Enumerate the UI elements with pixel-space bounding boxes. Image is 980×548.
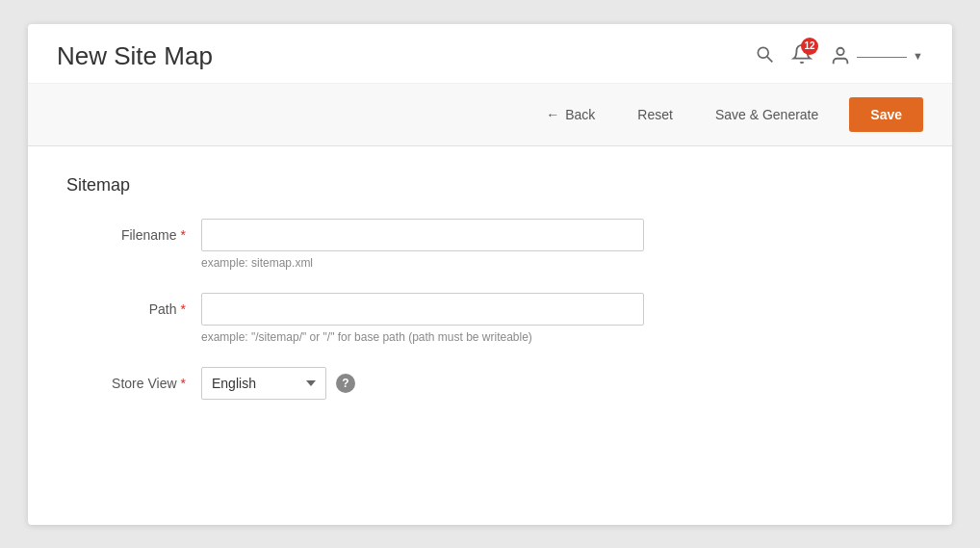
form-content: Sitemap Filename* example: sitemap.xml P… <box>28 146 952 461</box>
filename-group: Filename* example: sitemap.xml <box>66 219 914 270</box>
notification-button[interactable]: 12 <box>791 43 812 69</box>
path-group: Path* example: "/sitemap/" or "/" for ba… <box>66 293 914 344</box>
filename-label: Filename* <box>66 219 201 243</box>
store-view-required: * <box>181 376 186 391</box>
reset-label: Reset <box>637 107 673 122</box>
path-input[interactable] <box>201 293 644 326</box>
save-button[interactable]: Save <box>849 97 923 132</box>
section-title: Sitemap <box>66 175 914 196</box>
path-field-wrap: example: "/sitemap/" or "/" for base pat… <box>201 293 644 344</box>
svg-point-0 <box>758 47 768 58</box>
path-required: * <box>181 301 186 317</box>
back-button[interactable]: ← Back <box>534 99 606 130</box>
store-view-label: Store View* <box>66 367 201 391</box>
user-name-label: ———— <box>857 49 907 64</box>
action-toolbar: ← Back Reset Save & Generate Save <box>28 84 952 146</box>
reset-button[interactable]: Reset <box>626 99 684 130</box>
path-hint: example: "/sitemap/" or "/" for base pat… <box>201 330 644 344</box>
back-arrow-icon: ← <box>546 107 559 122</box>
store-view-group: Store View* English French German ? <box>66 367 914 400</box>
back-label: Back <box>565 107 595 122</box>
save-generate-label: Save & Generate <box>715 107 818 122</box>
filename-hint: example: sitemap.xml <box>201 256 644 270</box>
help-icon[interactable]: ? <box>336 374 355 393</box>
filename-input[interactable] <box>201 219 644 251</box>
search-icon <box>755 44 774 64</box>
search-button[interactable] <box>755 44 774 68</box>
svg-line-1 <box>767 56 772 61</box>
page-title: New Site Map <box>57 41 213 71</box>
filename-field-wrap: example: sitemap.xml <box>201 219 644 270</box>
notification-badge: 12 <box>801 38 818 55</box>
svg-point-2 <box>837 48 843 55</box>
filename-required: * <box>181 227 186 243</box>
store-view-field-wrap: English French German ? <box>201 367 355 400</box>
user-dropdown-icon: ▼ <box>913 50 923 62</box>
user-icon <box>830 45 851 66</box>
save-generate-button[interactable]: Save & Generate <box>704 99 830 130</box>
page-header: New Site Map 12 <box>28 24 952 84</box>
header-actions: 12 ———— ▼ <box>755 43 923 69</box>
path-label: Path* <box>66 293 201 317</box>
store-view-select[interactable]: English French German <box>201 367 326 400</box>
user-menu-button[interactable]: ———— ▼ <box>830 45 923 66</box>
